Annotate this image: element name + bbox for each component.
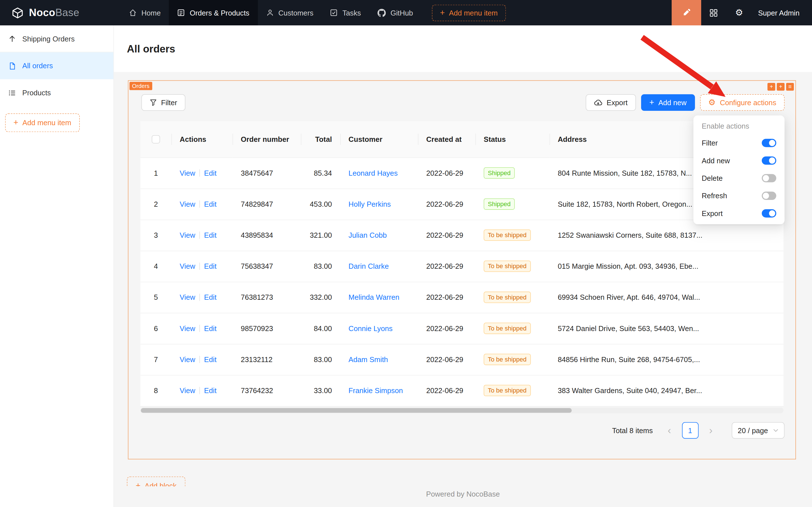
view-link[interactable]: View	[180, 231, 195, 239]
export-toggle[interactable]	[762, 209, 776, 217]
order-number-cell: 74829847	[233, 189, 301, 220]
customer-link[interactable]: Julian Cobb	[348, 231, 387, 239]
nav-item-github[interactable]: GitHub	[369, 0, 421, 25]
view-link[interactable]: View	[180, 169, 195, 177]
dropdown-item-delete[interactable]: Delete	[696, 169, 783, 187]
top-navbar: NocoBase Home Orders & Products Customer…	[0, 0, 812, 25]
column-header-customer: Customer	[340, 121, 418, 158]
nav-add-menu-item-button[interactable]: + Add menu item	[432, 4, 506, 21]
page-1-button[interactable]: 1	[682, 422, 698, 439]
customer-link[interactable]: Melinda Warren	[348, 293, 400, 301]
order-number-cell: 23132112	[233, 344, 301, 375]
add-column-icon[interactable]: +	[767, 83, 775, 91]
gear-icon: ⚙	[708, 98, 715, 107]
page-size-select[interactable]: 20 / page	[732, 422, 785, 439]
total-cell: 85.34	[301, 157, 340, 188]
total-cell: 332.00	[301, 282, 340, 313]
nocobase-logo[interactable]: NocoBase	[0, 6, 113, 19]
view-link[interactable]: View	[180, 324, 195, 332]
address-cell: 015 Margie Mission, Apt. 093, 34936, Ebe…	[549, 251, 784, 282]
nav-item-customers[interactable]: Customers	[258, 0, 322, 25]
nav-item-orders-products[interactable]: Orders & Products	[169, 0, 257, 25]
sidebar-item-all-orders[interactable]: All orders	[0, 52, 113, 79]
divider	[199, 201, 200, 208]
configure-actions-button[interactable]: ⚙ Configure actions	[700, 94, 785, 111]
dropdown-item-refresh[interactable]: Refresh	[696, 187, 783, 205]
dropdown-item-label: Refresh	[702, 192, 727, 200]
customer-link[interactable]: Frankie Simpson	[348, 386, 403, 394]
edit-link[interactable]: Edit	[204, 386, 217, 394]
configure-actions-label: Configure actions	[720, 98, 776, 107]
edit-link[interactable]: Edit	[204, 293, 217, 301]
nav-item-home[interactable]: Home	[121, 0, 169, 25]
file-icon	[8, 62, 16, 70]
add-block-icon[interactable]: +	[777, 83, 785, 91]
dropdown-item-add-new[interactable]: Add new	[696, 152, 783, 169]
block-menu-icon[interactable]: ≡	[786, 83, 794, 91]
orders-table: Actions Order number Total Customer Crea…	[140, 121, 784, 406]
customer-link[interactable]: Leonard Hayes	[348, 169, 398, 177]
view-link[interactable]: View	[180, 262, 195, 270]
cloud-download-icon	[594, 98, 602, 107]
select-all-checkbox[interactable]	[152, 135, 160, 144]
view-link[interactable]: View	[180, 386, 195, 394]
dropdown-item-label: Add new	[702, 157, 730, 165]
edit-link[interactable]: Edit	[204, 169, 217, 177]
user-menu[interactable]: Super Admin	[758, 8, 800, 17]
column-header-order-number: Order number	[233, 121, 301, 158]
edit-link[interactable]: Edit	[204, 262, 217, 270]
sidebar-item-products[interactable]: Products	[0, 79, 113, 106]
sidebar-add-menu-item-button[interactable]: + Add menu item	[5, 113, 79, 132]
scrollbar-thumb[interactable]	[141, 408, 572, 413]
customer-link[interactable]: Adam Smith	[348, 355, 388, 363]
page-content: Orders + + ≡ Filter Export	[114, 72, 812, 507]
customer-link[interactable]: Holly Perkins	[348, 200, 391, 208]
edit-link[interactable]: Edit	[204, 324, 217, 332]
main-menu: Home Orders & Products Customers Tasks G…	[121, 0, 421, 25]
page-size-value: 20 / page	[738, 426, 768, 435]
edit-link[interactable]: Edit	[204, 200, 217, 208]
add-new-toggle[interactable]	[762, 157, 776, 165]
customer-link[interactable]: Connie Lyons	[348, 324, 393, 332]
dropdown-item-export[interactable]: Export	[696, 205, 783, 222]
pagination-total: Total 8 items	[612, 426, 653, 435]
order-number-cell: 98570923	[233, 313, 301, 344]
next-page-button[interactable]: ›	[703, 422, 719, 439]
refresh-toggle[interactable]	[762, 192, 776, 200]
plus-icon: +	[440, 8, 445, 17]
filter-toggle[interactable]	[762, 139, 776, 147]
add-block-button[interactable]: + Add block	[127, 476, 185, 487]
table-row: 8 ViewEdit 73764232 33.00 Frankie Simpso…	[140, 375, 784, 406]
dropdown-title: Enable actions	[696, 118, 783, 134]
filter-button[interactable]: Filter	[141, 94, 185, 111]
view-link[interactable]: View	[180, 200, 195, 208]
nav-item-label: Home	[141, 8, 161, 17]
edit-link[interactable]: Edit	[204, 231, 217, 239]
prev-page-button[interactable]: ‹	[661, 422, 678, 439]
sidebar-item-shipping-orders[interactable]: Shipping Orders	[0, 25, 113, 52]
profile-icon	[177, 9, 185, 17]
divider	[199, 293, 200, 301]
dropdown-item-filter[interactable]: Filter	[696, 134, 783, 152]
delete-toggle[interactable]	[762, 174, 776, 182]
view-link[interactable]: View	[180, 355, 195, 363]
edit-link[interactable]: Edit	[204, 355, 217, 363]
nav-item-tasks[interactable]: Tasks	[322, 0, 369, 25]
customer-link[interactable]: Darin Clarke	[348, 262, 389, 270]
view-link[interactable]: View	[180, 293, 195, 301]
plugin-manager-button[interactable]	[701, 0, 727, 25]
sidebar-add-menu-item-label: Add menu item	[22, 119, 71, 127]
export-button[interactable]: Export	[586, 94, 636, 111]
arrow-up-icon	[8, 35, 16, 43]
row-index: 8	[154, 386, 158, 394]
export-button-label: Export	[607, 98, 628, 107]
total-cell: 453.00	[301, 189, 340, 220]
settings-button[interactable]: ⚙	[727, 0, 752, 25]
sidebar: Shipping Orders All orders Products + Ad…	[0, 25, 114, 507]
add-new-button[interactable]: + Add new	[641, 94, 695, 111]
ui-editor-button[interactable]	[672, 0, 701, 25]
total-cell: 84.00	[301, 313, 340, 344]
check-square-icon	[330, 9, 338, 17]
divider	[199, 231, 200, 239]
status-badge: To be shipped	[484, 261, 531, 272]
